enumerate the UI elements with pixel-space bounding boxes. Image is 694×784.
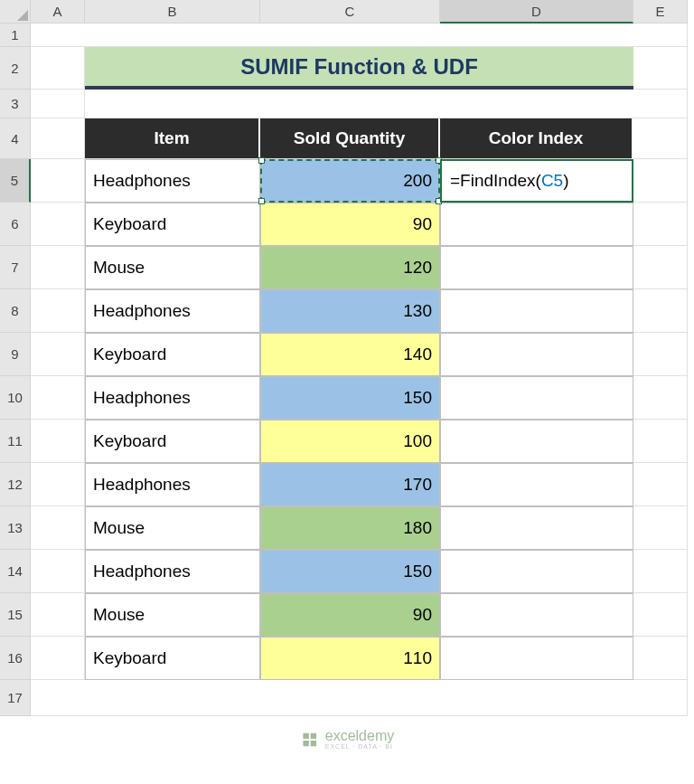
col-header-C[interactable]: C	[260, 0, 440, 24]
cell-qty[interactable]: 150	[260, 376, 440, 420]
cell-item[interactable]: Headphones	[85, 159, 260, 203]
cell-item[interactable]: Mouse	[85, 246, 260, 289]
row-header-2[interactable]: 2	[0, 47, 31, 90]
col-header-E[interactable]: E	[633, 0, 688, 24]
cell-item[interactable]: Keyboard	[85, 637, 260, 680]
cell[interactable]	[31, 463, 85, 506]
cell-item[interactable]: Mouse	[85, 506, 260, 550]
table-header-idx[interactable]: Color Index	[440, 118, 633, 159]
cell-item[interactable]: Headphones	[85, 376, 260, 420]
row-header-14[interactable]: 14	[0, 550, 31, 593]
cell[interactable]	[31, 47, 85, 90]
cell[interactable]	[440, 203, 633, 246]
row-header-9[interactable]: 9	[0, 333, 31, 376]
cell[interactable]	[440, 333, 633, 376]
row-header-6[interactable]: 6	[0, 203, 31, 246]
cell-qty[interactable]: 100	[260, 420, 440, 463]
cell[interactable]	[31, 203, 85, 246]
cell[interactable]	[31, 24, 688, 47]
row-header-16[interactable]: 16	[0, 637, 31, 680]
cell-qty[interactable]: 90	[260, 203, 440, 246]
row-header-4[interactable]: 4	[0, 118, 31, 159]
cell[interactable]	[31, 159, 85, 203]
cell[interactable]	[440, 246, 633, 289]
watermark-brand: exceldemy	[325, 729, 394, 743]
cell-item[interactable]: Keyboard	[85, 420, 260, 463]
table-header-qty[interactable]: Sold Quantity	[260, 118, 440, 159]
cell[interactable]	[633, 506, 688, 550]
page-title: SUMIF Function & UDF	[85, 47, 633, 90]
cell[interactable]	[31, 90, 85, 118]
cell-qty[interactable]: 150	[260, 550, 440, 593]
row-header-17[interactable]: 17	[0, 680, 31, 716]
cell[interactable]	[31, 680, 688, 716]
cell[interactable]	[440, 637, 633, 680]
cell[interactable]	[440, 289, 633, 333]
col-header-D[interactable]: D	[440, 0, 633, 24]
formula-display: =FindIndex(C5)	[448, 171, 569, 191]
cell[interactable]	[633, 47, 688, 90]
cell[interactable]	[633, 463, 688, 506]
cell[interactable]	[633, 118, 688, 159]
cell[interactable]	[633, 593, 688, 637]
cell[interactable]	[31, 118, 85, 159]
cell-qty[interactable]: 140	[260, 333, 440, 376]
row-header-15[interactable]: 15	[0, 593, 31, 637]
cell[interactable]	[633, 333, 688, 376]
col-header-A[interactable]: A	[31, 0, 85, 24]
cell[interactable]	[440, 593, 633, 637]
cell-item[interactable]: Headphones	[85, 463, 260, 506]
row-header-8[interactable]: 8	[0, 289, 31, 333]
cell-item[interactable]: Keyboard	[85, 333, 260, 376]
cell[interactable]	[633, 289, 688, 333]
row-header-1[interactable]: 1	[0, 24, 31, 47]
cell[interactable]	[440, 550, 633, 593]
cell[interactable]	[633, 159, 688, 203]
cell-item[interactable]: Keyboard	[85, 203, 260, 246]
cell-qty[interactable]: 130	[260, 289, 440, 333]
cell[interactable]	[31, 376, 85, 420]
cell[interactable]	[633, 246, 688, 289]
cell[interactable]	[31, 550, 85, 593]
cell[interactable]	[31, 506, 85, 550]
select-all-corner[interactable]	[0, 0, 31, 24]
cell[interactable]	[633, 637, 688, 680]
cell[interactable]	[31, 289, 85, 333]
table-header-item[interactable]: Item	[85, 118, 260, 159]
cell[interactable]	[440, 376, 633, 420]
cell[interactable]	[31, 333, 85, 376]
row-header-12[interactable]: 12	[0, 463, 31, 506]
cell[interactable]	[31, 593, 85, 637]
row-header-11[interactable]: 11	[0, 420, 31, 463]
row-header-5[interactable]: 5	[0, 159, 31, 203]
cell[interactable]	[633, 203, 688, 246]
cell[interactable]	[85, 90, 633, 118]
cell[interactable]	[440, 506, 633, 550]
cell[interactable]	[633, 376, 688, 420]
row-header-13[interactable]: 13	[0, 506, 31, 550]
cell-qty[interactable]: 90	[260, 593, 440, 637]
cell-qty[interactable]: 180	[260, 506, 440, 550]
cell[interactable]	[31, 637, 85, 680]
cell[interactable]	[633, 420, 688, 463]
cell[interactable]	[633, 550, 688, 593]
cell-qty[interactable]: 200	[260, 159, 440, 203]
cell[interactable]	[31, 420, 85, 463]
watermark-sub: EXCEL · DATA · BI	[325, 743, 394, 750]
cell-qty[interactable]: 120	[260, 246, 440, 289]
row-header-7[interactable]: 7	[0, 246, 31, 289]
cell-item[interactable]: Headphones	[85, 289, 260, 333]
cell[interactable]	[440, 463, 633, 506]
row-header-10[interactable]: 10	[0, 376, 31, 420]
cell[interactable]	[440, 420, 633, 463]
cell[interactable]	[31, 246, 85, 289]
cell-qty[interactable]: 170	[260, 463, 440, 506]
cell-item[interactable]: Headphones	[85, 550, 260, 593]
cell-formula[interactable]: =FindIndex(C5)	[440, 159, 633, 203]
cell[interactable]	[633, 90, 688, 118]
row-header-3[interactable]: 3	[0, 90, 31, 118]
cell-item[interactable]: Mouse	[85, 593, 260, 637]
col-header-B[interactable]: B	[85, 0, 260, 24]
spreadsheet-grid: A B C D E 1 2 SUMIF Function & UDF 3 4 I…	[0, 0, 694, 716]
cell-qty[interactable]: 110	[260, 637, 440, 680]
